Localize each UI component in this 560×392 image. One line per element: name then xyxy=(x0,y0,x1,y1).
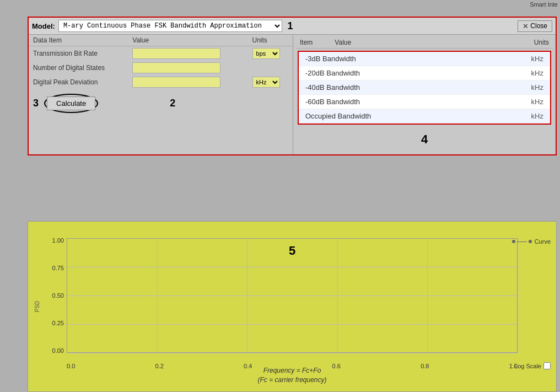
tool-body: Data Item Value Units Transmission Bit R… xyxy=(29,35,556,154)
digital-states-input[interactable] xyxy=(132,62,220,73)
output-item-unit: kHz xyxy=(496,109,550,123)
close-button[interactable]: ✕ Close xyxy=(518,20,552,32)
x-axis-tick-label: 0.4 xyxy=(244,363,252,369)
row-label-digital-states: Number of Digital States xyxy=(29,61,128,75)
y-axis-tick-label: 0.50 xyxy=(34,292,64,299)
smart-inte-label: Smart Inte xyxy=(530,1,558,8)
output-box: -3dB Bandwidth kHz -20dB Bandwidth kHz -… xyxy=(298,51,551,125)
calculate-button[interactable]: Calculate xyxy=(47,96,95,110)
y-axis-tick-label: 0.25 xyxy=(34,320,64,326)
output-header: Item Value Units xyxy=(295,37,553,49)
output-table-row: -3dB Bandwidth kHz xyxy=(299,52,550,66)
y-axis-tick-label: 0.75 xyxy=(34,265,64,271)
table-row: Number of Digital States xyxy=(29,61,293,75)
annotation-4: 4 xyxy=(295,127,553,152)
output-item-unit: kHz xyxy=(496,80,550,95)
bit-rate-unit-select[interactable]: bps xyxy=(252,48,280,59)
annotation-2: 2 xyxy=(170,98,175,109)
bit-rate-input[interactable] xyxy=(132,48,220,59)
chart-grid-line-h xyxy=(67,353,518,353)
x-axis-title: Frequency = Fc+Fo (Fc = carrier frequenc… xyxy=(257,366,326,385)
x-axis-tick-label: 0.6 xyxy=(332,363,341,369)
col-header-item: Data Item xyxy=(29,35,128,46)
x-title-line1: Frequency = Fc+Fo xyxy=(263,367,321,374)
output-table: -3dB Bandwidth kHz -20dB Bandwidth kHz -… xyxy=(299,52,550,123)
output-item-value xyxy=(467,95,496,109)
y-axis-tick-label: 0.00 xyxy=(34,347,64,354)
table-row: Transmission Bit Rate bps xyxy=(29,46,293,61)
output-item-unit: kHz xyxy=(496,52,550,66)
deviation-input[interactable] xyxy=(132,77,220,88)
output-item-label: Occupied Bandwidth xyxy=(299,109,467,123)
legend-line-icon xyxy=(517,241,527,242)
output-item-value xyxy=(467,52,496,66)
output-table-row: -40dB Bandwidth kHz xyxy=(299,80,550,95)
output-item-label: -40dB Bandwidth xyxy=(299,80,467,95)
log-scale-control: Log Scale xyxy=(514,362,551,369)
row-label-deviation: Digital Peak Deviation xyxy=(29,75,128,89)
model-select[interactable]: M-ary Continuous Phase FSK Bandwidth App… xyxy=(58,20,282,32)
output-item-value xyxy=(467,80,496,95)
y-axis-tick-label: 1.00 xyxy=(34,237,64,244)
calc-row: 3 Calculate 2 xyxy=(29,89,293,117)
row-label-bit-rate: Transmission Bit Rate xyxy=(29,46,128,61)
output-item-unit: kHz xyxy=(496,66,550,80)
x-axis-tick-label: 0.8 xyxy=(421,363,429,369)
model-label: Model: xyxy=(32,22,55,30)
annotation-5: 5 xyxy=(289,244,295,258)
col-header-value: Value xyxy=(128,35,247,46)
top-right-text: Smart Inte xyxy=(530,1,558,8)
annotation-3: 3 xyxy=(33,98,39,109)
output-item-label: -3dB Bandwidth xyxy=(299,52,467,66)
output-item-label: -60dB Bandwidth xyxy=(299,95,467,109)
log-scale-label: Log Scale xyxy=(514,363,541,369)
x-title-line2: (Fc = carrier frequency) xyxy=(257,376,326,384)
legend-dot2-icon xyxy=(529,240,532,243)
y-axis-labels: 1.000.750.500.250.00 xyxy=(34,237,64,354)
close-x-icon: ✕ xyxy=(523,22,529,30)
chart-area: PSD 1.000.750.500.250.00 0.00.20.40.60.8… xyxy=(28,221,557,392)
output-table-row: Occupied Bandwidth kHz xyxy=(299,109,550,123)
output-item-label: -20dB Bandwidth xyxy=(299,66,467,80)
log-scale-checkbox[interactable] xyxy=(543,362,551,369)
chart-grid-line-v xyxy=(518,238,518,353)
output-item-unit: kHz xyxy=(496,95,550,109)
output-table-row: -60dB Bandwidth kHz xyxy=(299,95,550,109)
annotation-1: 1 xyxy=(288,20,293,32)
table-row: Digital Peak Deviation kHz xyxy=(29,75,293,89)
legend-curve-label: Curve xyxy=(535,238,551,245)
input-table: Data Item Value Units Transmission Bit R… xyxy=(29,35,293,89)
calc-btn-wrapper: Calculate xyxy=(44,94,98,113)
chart-legend: Curve xyxy=(512,238,551,245)
legend-dot-icon xyxy=(512,240,515,243)
left-panel: Data Item Value Units Transmission Bit R… xyxy=(29,35,293,154)
output-col-units: Units xyxy=(534,39,549,46)
right-panel: Item Value Units -3dB Bandwidth kHz -20d… xyxy=(293,35,556,154)
deviation-unit-select[interactable]: kHz xyxy=(252,77,280,88)
tool-header: Model: M-ary Continuous Phase FSK Bandwi… xyxy=(29,18,556,35)
x-axis-tick-label: 0.0 xyxy=(67,363,75,369)
col-header-units: Units xyxy=(248,35,293,46)
x-axis-tick-label: 0.2 xyxy=(155,363,164,369)
output-table-row: -20dB Bandwidth kHz xyxy=(299,66,550,80)
output-col-value: Value xyxy=(335,39,351,46)
output-col-item: Item xyxy=(300,39,313,46)
output-item-value xyxy=(467,66,496,80)
output-item-value xyxy=(467,109,496,123)
close-label: Close xyxy=(530,22,547,30)
tool-panel: Model: M-ary Continuous Phase FSK Bandwi… xyxy=(28,17,557,155)
